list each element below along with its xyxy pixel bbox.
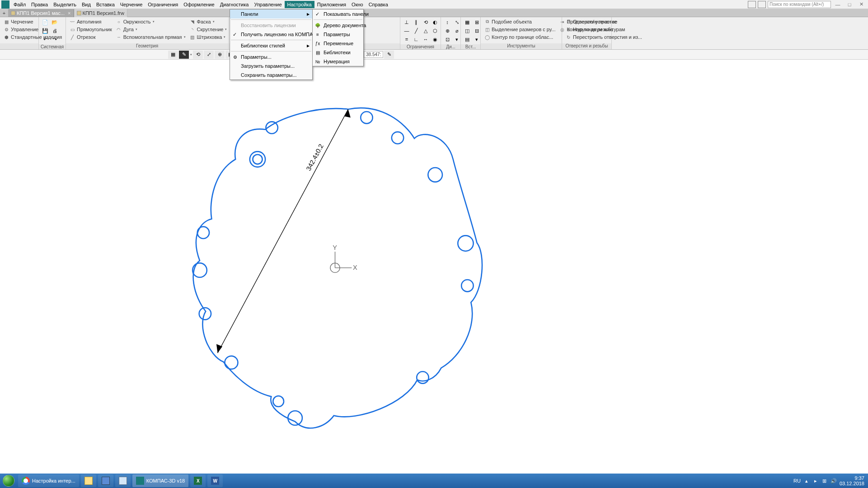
tab-close[interactable]: × xyxy=(68,10,70,16)
new-tab-button[interactable]: + xyxy=(0,9,8,17)
c-icon[interactable]: — xyxy=(402,27,411,35)
submenu-doc-tree[interactable]: 🌳Дерево документа xyxy=(313,21,363,30)
menu-window[interactable]: Окно xyxy=(349,1,366,8)
task-kompas[interactable]: КОМПАС-3D v18 xyxy=(132,474,188,487)
layout-icon-2[interactable] xyxy=(758,1,766,8)
menu-select[interactable]: Выделить xyxy=(51,1,79,8)
btn-select-dims[interactable]: ◫Выделение размеров с ру... xyxy=(483,26,557,33)
btn-rectangle[interactable]: ▭Прямоугольник xyxy=(68,26,113,33)
btn-fillet[interactable]: ◝Скругление▾ xyxy=(188,26,229,33)
lang-indicator[interactable]: RU xyxy=(793,478,801,483)
task-calc[interactable] xyxy=(115,474,131,487)
btn-chamfer[interactable]: ◥Фаска▾ xyxy=(188,18,229,25)
new-icon[interactable]: 📄 xyxy=(41,18,50,26)
d-icon[interactable]: ⊡ xyxy=(443,35,452,43)
clock[interactable]: 9:37 03.12.2018 xyxy=(840,475,864,486)
menu-edit[interactable]: Правка xyxy=(28,1,51,8)
i-icon[interactable]: ▾ xyxy=(472,35,481,43)
task-explorer[interactable] xyxy=(81,474,96,487)
i-icon[interactable]: ⊞ xyxy=(472,18,481,26)
btn-aux-line[interactable]: ╌Вспомогательная прямая▾ xyxy=(114,33,187,41)
search-input[interactable]: Поиск по командам (Alt+/) xyxy=(768,1,831,8)
menu-apps[interactable]: Приложения xyxy=(314,1,349,8)
print-icon[interactable]: 🖨 xyxy=(50,27,59,35)
save-icon[interactable]: 💾 xyxy=(41,27,50,35)
btn-circle[interactable]: ○Окружность▾ xyxy=(114,18,187,25)
i-icon[interactable]: ▤ xyxy=(463,35,472,43)
tab-1[interactable]: КПП1 Версия1 мас... × xyxy=(8,9,74,17)
btn-boundary[interactable]: ◯Контур по границе облас... xyxy=(483,33,557,41)
c-icon[interactable]: △ xyxy=(421,27,430,35)
btn-segment[interactable]: ╱Отрезок xyxy=(68,33,113,41)
t2-btn[interactable]: ▦ xyxy=(168,51,178,59)
btn-similar[interactable]: ⧉Подобие объекта xyxy=(483,18,557,25)
menu-load-params[interactable]: Загрузить параметры... xyxy=(230,61,312,70)
task-save[interactable] xyxy=(98,474,113,487)
c-icon[interactable]: ⬡ xyxy=(431,27,440,35)
tab-2[interactable]: КПП1 Версия1.frw xyxy=(74,9,127,17)
btn-hole-simple[interactable]: ⊘Отверстие простое xyxy=(564,18,643,25)
c-icon[interactable]: ↔ xyxy=(421,35,430,43)
c-icon[interactable]: ⊥ xyxy=(402,18,411,26)
edit-icon[interactable]: ✎ xyxy=(384,51,394,59)
menu-insert[interactable]: Вставка xyxy=(94,1,117,8)
tray-arrow-icon[interactable]: ▴ xyxy=(803,478,810,484)
sound-icon[interactable]: 🔊 xyxy=(830,478,837,484)
c-icon[interactable]: ╱ xyxy=(412,27,421,35)
t2-btn[interactable]: ⤢ xyxy=(204,51,214,59)
maximize-button[interactable]: □ xyxy=(845,1,854,8)
submenu-numbering[interactable]: №Нумерация xyxy=(313,57,363,66)
menu-draw[interactable]: Черчение xyxy=(117,1,145,8)
menu-help[interactable]: Справка xyxy=(366,1,391,8)
menu-panels[interactable]: Панели▶ xyxy=(230,9,312,19)
menu-view[interactable]: Вид xyxy=(79,1,94,8)
minimize-button[interactable]: — xyxy=(833,1,843,8)
menu-style-libs[interactable]: Библиотеки стилей▶ xyxy=(230,41,312,50)
flag-icon[interactable]: ▸ xyxy=(812,478,819,484)
d-icon[interactable]: ⌀ xyxy=(452,27,461,35)
btn-arc[interactable]: ◠Дуга▾ xyxy=(114,26,187,33)
submenu-show-panels[interactable]: ✓Показывать панели xyxy=(313,9,363,19)
menu-save-params[interactable]: Сохранить параметры... xyxy=(230,70,312,80)
t2-btn[interactable]: ⟲ xyxy=(193,51,203,59)
drawing-canvas[interactable]: 342.4±0.2 X Y xyxy=(0,60,868,474)
task-chrome[interactable]: Настройка интер... xyxy=(18,474,79,487)
menu-file[interactable]: Файл xyxy=(11,1,28,8)
c-icon[interactable]: ◐ xyxy=(431,18,440,26)
menu-format[interactable]: Оформление xyxy=(181,1,217,8)
d-icon[interactable]: ▾ xyxy=(452,35,461,43)
menu-diagnostics[interactable]: Диагностика xyxy=(217,1,252,8)
submenu-params[interactable]: ≡Параметры xyxy=(313,30,363,39)
undo-icon[interactable]: ↶ xyxy=(41,35,50,43)
task-word[interactable]: W xyxy=(207,474,223,487)
t2-btn[interactable]: ⊕ xyxy=(215,51,225,59)
btn-rebuild-holes[interactable]: ↻Перестроить отверстия и из... xyxy=(564,33,643,41)
t2-btn[interactable]: ✎ xyxy=(179,51,189,59)
i-icon[interactable]: ▦ xyxy=(463,18,472,26)
task-excel[interactable]: X xyxy=(190,474,206,487)
i-icon[interactable]: ◫ xyxy=(463,27,472,35)
menu-get-license[interactable]: ✓Получить лицензию на КОМПАС-3D xyxy=(230,30,312,39)
menu-constraints[interactable]: Ограничения xyxy=(145,1,181,8)
c-icon[interactable]: = xyxy=(402,35,411,43)
btn-hatch[interactable]: ▨Штриховка▾ xyxy=(188,33,229,41)
close-button[interactable]: ✕ xyxy=(856,1,866,8)
menu-settings[interactable]: Настройка xyxy=(285,1,314,8)
c-icon[interactable]: ∟ xyxy=(412,35,421,43)
menu-manage[interactable]: Управление xyxy=(251,1,284,8)
menu-params[interactable]: ⚙Параметры... xyxy=(230,52,312,61)
c-icon[interactable]: ∥ xyxy=(412,18,421,26)
network-icon[interactable]: ⊞ xyxy=(821,478,828,484)
start-button[interactable] xyxy=(0,474,17,488)
d-icon[interactable]: ⤡ xyxy=(452,18,461,26)
i-icon[interactable]: ⊟ xyxy=(472,27,481,35)
c-icon[interactable]: ◉ xyxy=(431,35,440,43)
submenu-vars[interactable]: ƒxПеременные xyxy=(313,39,363,48)
c-icon[interactable]: ⟲ xyxy=(421,18,430,26)
submenu-libs[interactable]: ▤Библиотеки xyxy=(313,48,363,57)
dropdown-icon[interactable]: ▾ xyxy=(190,53,192,56)
d-icon[interactable]: ↕ xyxy=(443,18,452,26)
open-icon[interactable]: 📂 xyxy=(50,18,59,26)
btn-autoline[interactable]: 〰Автолиния xyxy=(68,18,113,25)
btn-thread[interactable]: ⊗Наружная резьба xyxy=(564,26,643,33)
